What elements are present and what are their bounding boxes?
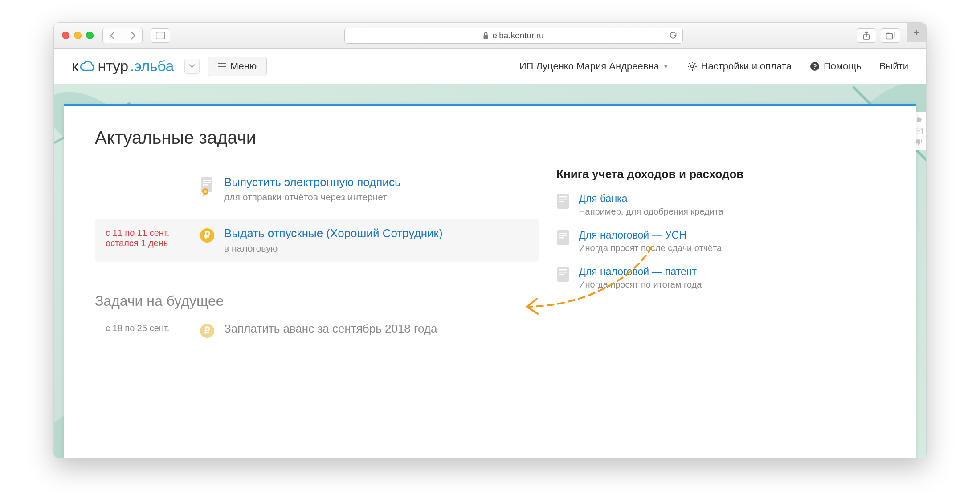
task-date: с 11 по 11 сент. остался 1 день — [106, 227, 190, 248]
sidebar-column: Книга учета доходов и расходов Для банка… — [556, 167, 885, 347]
help-icon: ? — [809, 61, 820, 72]
menu-label: Меню — [230, 61, 257, 72]
ruble-icon: ₽ — [194, 227, 220, 243]
browser-window: elba.kontur.ru + к нтур .эльба — [53, 22, 927, 458]
task-date-range: с 18 по 25 сент. — [106, 323, 190, 333]
maximize-window-icon[interactable] — [86, 32, 94, 39]
svg-rect-35 — [559, 272, 567, 273]
svg-point-20 — [204, 190, 207, 193]
product-switcher[interactable] — [184, 59, 200, 74]
svg-rect-27 — [559, 199, 567, 200]
address-bar[interactable]: elba.kontur.ru — [344, 28, 683, 44]
sidebar-heading: Книга учета доходов и расходов — [556, 167, 885, 181]
new-tab-button[interactable]: + — [906, 23, 926, 42]
cloud-icon — [80, 61, 96, 72]
task-title: Выпустить электронную подпись — [224, 175, 528, 189]
task-title: Выдать отпускные (Хороший Сотрудник) — [224, 227, 528, 240]
logo-kontur-rest: нтур — [98, 57, 128, 75]
main-card: Актуальные задачи — [64, 104, 916, 458]
svg-rect-0 — [156, 32, 165, 39]
future-tasks-heading: Задачи на будущее — [95, 293, 539, 309]
sidebar-item[interactable]: Для налоговой — УСН Иногда просят после … — [556, 229, 885, 253]
task-item[interactable]: Выпустить электронную подпись для отправ… — [95, 167, 539, 211]
account-picker[interactable]: ИП Луценко Мария Андреевна ▼ — [519, 61, 669, 72]
svg-text:₽: ₽ — [204, 230, 210, 241]
task-subtitle: в налоговую — [224, 243, 528, 254]
lock-icon — [483, 32, 489, 39]
task-title: Заплатить аванс за сентябрь 2018 года — [224, 322, 528, 336]
logo[interactable]: к нтур .эльба — [72, 57, 174, 75]
chevron-down-icon: ▼ — [663, 63, 669, 70]
svg-rect-17 — [203, 182, 211, 183]
hamburger-icon — [218, 63, 226, 69]
ruble-icon: ₽ — [194, 322, 220, 339]
logout-label: Выйти — [879, 61, 908, 72]
settings-label: Настройки и оплата — [701, 61, 792, 72]
sidebar-sub-text: Например, для одобрения кредита — [579, 207, 723, 217]
gear-icon — [687, 61, 698, 72]
toolbar-right: + — [857, 28, 918, 43]
sidebar-toggle-button[interactable] — [151, 28, 170, 43]
svg-rect-34 — [559, 269, 567, 271]
svg-rect-26 — [559, 196, 567, 198]
logo-elba: .эльба — [130, 57, 174, 75]
task-item[interactable]: с 18 по 25 сент. ₽ Заплатить аванс за се… — [95, 322, 539, 347]
url-text: elba.kontur.ru — [492, 31, 543, 41]
svg-text:₽: ₽ — [204, 325, 210, 336]
back-button[interactable] — [103, 28, 122, 43]
window-controls — [62, 32, 94, 39]
document-icon — [556, 229, 570, 253]
sidebar-item[interactable]: Для банка Например, для одобрения кредит… — [556, 193, 885, 217]
current-tasks-heading: Актуальные задачи — [95, 128, 885, 148]
sidebar-link-text: Для налоговой — патент — [579, 266, 702, 278]
document-icon — [556, 193, 570, 217]
menu-button[interactable]: Меню — [208, 57, 267, 76]
document-cert-icon — [194, 175, 220, 196]
task-date: с 18 по 25 сент. — [106, 322, 190, 333]
svg-rect-2 — [484, 35, 488, 39]
sidebar-sub-text: Иногда просят по итогам года — [579, 280, 702, 290]
task-subtitle: для отправки отчётов через интернет — [224, 192, 528, 203]
task-date-remaining: остался 1 день — [106, 238, 190, 248]
task-date-range: с 11 по 11 сент. — [106, 228, 190, 238]
svg-rect-31 — [559, 235, 567, 236]
svg-text:?: ? — [813, 62, 817, 70]
settings-link[interactable]: Настройки и оплата — [687, 61, 792, 72]
svg-rect-18 — [203, 184, 208, 186]
document-icon — [556, 266, 570, 290]
sidebar-link-text: Для налоговой — УСН — [579, 229, 722, 241]
svg-rect-30 — [559, 233, 567, 234]
nav-buttons — [102, 28, 143, 43]
logo-kontur-k: к — [72, 57, 78, 75]
share-button[interactable] — [857, 28, 876, 43]
svg-rect-16 — [203, 180, 211, 181]
content-background: Актуальные задачи — [54, 84, 926, 458]
svg-rect-28 — [559, 201, 564, 202]
close-window-icon[interactable] — [62, 32, 69, 39]
logout-link[interactable]: Выйти — [879, 61, 908, 72]
svg-rect-5 — [886, 33, 893, 39]
task-date — [106, 175, 190, 177]
sidebar-sub-text: Иногда просят после сдачи отчёта — [579, 243, 722, 253]
help-label: Помощь — [824, 61, 862, 72]
account-name: ИП Луценко Мария Андреевна — [519, 61, 659, 72]
app-header: к нтур .эльба Меню ИП Луценко Мария Андр… — [54, 49, 926, 84]
svg-rect-36 — [559, 274, 564, 275]
browser-toolbar: elba.kontur.ru + — [54, 23, 926, 49]
sidebar-link-text: Для банка — [579, 193, 723, 205]
forward-button[interactable] — [122, 28, 142, 43]
tabs-button[interactable] — [881, 28, 900, 43]
minimize-window-icon[interactable] — [74, 32, 82, 39]
task-item[interactable]: с 11 по 11 сент. остался 1 день ₽ Выдать… — [95, 219, 539, 262]
help-link[interactable]: ? Помощь — [809, 61, 862, 72]
sidebar-item[interactable]: Для налоговой — патент Иногда просят по … — [556, 266, 885, 290]
svg-point-6 — [690, 65, 693, 67]
tasks-column: Выпустить электронную подпись для отправ… — [95, 167, 539, 347]
reload-icon[interactable] — [669, 32, 677, 40]
svg-rect-32 — [559, 237, 564, 239]
